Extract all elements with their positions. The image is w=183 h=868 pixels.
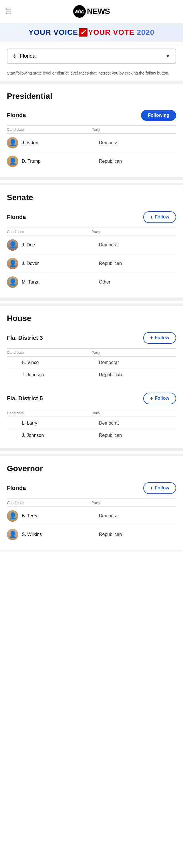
candidates-header-house-fla3: Candidate Party [7,348,176,356]
section-title-house: House [7,314,176,323]
race-header-presidential-florida: FloridaFollowing [7,110,176,121]
avatar-trump: 👤 [7,156,18,167]
race-name-senate-florida: Florida [7,214,26,220]
candidate-name: J. Johnson [22,433,99,438]
candidates-header-house-fla5: Candidate Party [7,409,176,417]
avatar-dover: 👤 [7,258,18,269]
table-row: 👤M. TurzaiOther [7,273,176,291]
section-divider [0,178,183,180]
section-header-governor: Governor [0,454,183,478]
table-row: J. JohnsonRepublican [7,429,176,441]
table-row: 👤J. BidenDemocrat [7,134,176,152]
candidate-name: T. Johnson [22,372,99,377]
party-col-label: Party [92,411,176,415]
table-row: T. JohnsonRepublican [7,369,176,381]
follow-button-senate-florida[interactable]: + Follow [143,211,176,223]
race-name-house-fla3: Fla. District 3 [7,335,43,341]
candidate-name: L. Larry [22,421,99,426]
state-dropdown[interactable]: ✈ Florida ▼ [7,49,176,64]
candidate-party: Republican [99,532,176,537]
abc-text: abc [75,8,84,14]
candidate-name: D. Trump [22,159,99,164]
race-block-house-fla3: Fla. District 3+ Follow Candidate Party … [0,328,183,388]
table-row: 👤S. WilkinsRepublican [7,525,176,544]
campaign-banner: YOUR VOICE✓YOUR VOTE 2020 [0,23,183,42]
section-header-presidential: Presidential [0,82,183,105]
race-header-governor-florida: Florida+ Follow [7,482,176,494]
candidate-name: J. Doe [22,242,99,248]
candidate-party: Democrat [99,514,176,519]
party-col-label: Party [92,229,176,234]
candidate-col-label: Candidate [7,127,92,132]
table-row: L. LarryDemocrat [7,417,176,429]
candidate-col-label: Candidate [7,229,92,234]
hint-text: Start following state level or district … [0,67,183,79]
section-divider [0,299,183,301]
avatar-turzai: 👤 [7,276,18,288]
race-block-house-fla5: Fla. District 5+ Follow Candidate Party … [0,388,183,448]
section-header-senate: Senate [0,183,183,207]
race-header-house-fla3: Fla. District 3+ Follow [7,332,176,344]
candidate-party: Republican [99,372,176,377]
follow-button-presidential-florida[interactable]: Following [141,110,176,121]
avatar-doe: 👤 [7,239,18,251]
candidate-name: S. Wilkins [22,532,99,537]
race-block-senate-florida: Florida+ Follow Candidate Party 👤J. DoeD… [0,207,183,299]
section-title-governor: Governor [7,464,176,473]
table-row: 👤B. TerryDemocrat [7,507,176,525]
banner-checkmark: ✓ [79,28,87,36]
candidate-party: Republican [99,433,176,438]
table-row: 👤D. TrumpRepublican [7,152,176,170]
candidates-header-presidential-florida: Candidate Party [7,125,176,134]
banner-your-vote: YOUR VOTE [88,28,134,36]
banner-title: YOUR VOICE✓YOUR VOTE 2020 [7,28,176,36]
app-header: ☰ abc NEWS [0,0,183,23]
chevron-down-icon: ▼ [165,53,171,59]
section-title-presidential: Presidential [7,92,176,101]
candidate-name: M. Turzai [22,280,99,285]
news-text: NEWS [87,7,110,16]
section-header-house: House [0,304,183,328]
state-selector-section: ✈ Florida ▼ [0,42,183,67]
candidates-header-senate-florida: Candidate Party [7,227,176,236]
app-logo: abc NEWS [73,5,110,18]
plus-icon: + [150,335,153,341]
banner-year: 2020 [137,28,154,36]
race-block-presidential-florida: FloridaFollowing Candidate Party 👤J. Bid… [0,105,183,178]
candidate-party: Republican [99,261,176,266]
party-col-label: Party [92,500,176,505]
candidate-party: Democrat [99,140,176,145]
follow-button-house-fla3[interactable]: + Follow [143,332,176,344]
avatar-wilkins: 👤 [7,529,18,540]
candidates-header-governor-florida: Candidate Party [7,499,176,507]
state-icon: ✈ [12,53,17,59]
candidate-col-label: Candidate [7,411,92,415]
candidate-name: J. Dover [22,261,99,266]
race-header-senate-florida: Florida+ Follow [7,211,176,223]
race-name-presidential-florida: Florida [7,112,26,119]
candidate-col-label: Candidate [7,350,92,354]
candidate-party: Democrat [99,421,176,426]
party-col-label: Party [92,127,176,132]
candidate-party: Republican [99,159,176,164]
table-row: 👤J. DoverRepublican [7,254,176,273]
race-name-house-fla5: Fla. District 5 [7,395,43,402]
avatar-biden: 👤 [7,137,18,149]
candidate-name: B. Vince [22,360,99,365]
plus-icon: + [150,396,153,401]
avatar-terry: 👤 [7,510,18,522]
menu-icon[interactable]: ☰ [6,8,11,15]
candidate-party: Democrat [99,360,176,365]
state-label: Florida [20,53,165,59]
candidate-name: J. Biden [22,140,99,145]
table-row: 👤J. DoeDemocrat [7,236,176,254]
abc-logo-circle: abc [73,5,86,18]
candidate-name: B. Terry [22,514,99,519]
race-block-governor-florida: Florida+ Follow Candidate Party 👤B. Terr… [0,478,183,551]
table-row: B. VinceDemocrat [7,356,176,369]
follow-button-house-fla5[interactable]: + Follow [143,393,176,404]
plus-icon: + [150,214,153,220]
section-divider [0,448,183,451]
follow-button-governor-florida[interactable]: + Follow [143,482,176,494]
banner-your-voice: YOUR VOICE [29,28,78,36]
